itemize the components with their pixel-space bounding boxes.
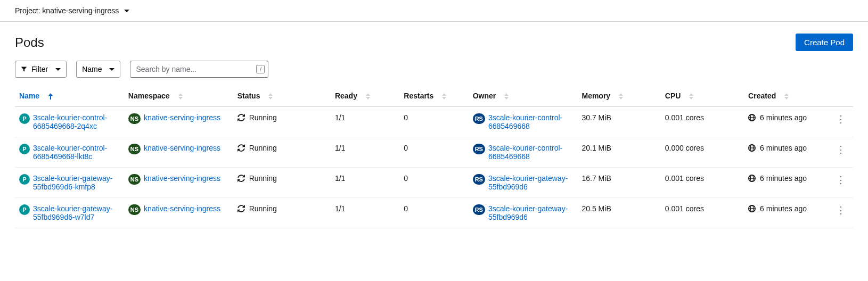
cpu-text: 0.001 cores: [665, 113, 704, 122]
owner-link[interactable]: 3scale-kourier-control-6685469668: [488, 144, 574, 161]
column-header-name[interactable]: Name: [15, 85, 124, 107]
project-prefix: Project:: [15, 6, 42, 15]
sync-icon: [238, 205, 245, 212]
pod-badge-icon: P: [19, 204, 30, 215]
search-input[interactable]: [136, 65, 256, 73]
namespace-badge-icon: NS: [128, 204, 141, 215]
sort-icon: [784, 93, 789, 100]
namespace-link[interactable]: knative-serving-ingress: [144, 174, 220, 183]
column-header-namespace[interactable]: Namespace: [124, 85, 233, 107]
sync-icon: [238, 114, 245, 121]
sort-icon: [178, 93, 183, 100]
column-header-memory[interactable]: Memory: [577, 85, 660, 107]
kebab-menu-button[interactable]: ⋮: [834, 174, 847, 186]
replicaset-badge-icon: RS: [473, 204, 485, 215]
pod-link[interactable]: 3scale-kourier-gateway-55fbd969d6-w7ld7: [33, 204, 120, 221]
table-row: P 3scale-kourier-control-6685469668-lkt8…: [15, 137, 853, 168]
sort-ascending-icon: [48, 93, 53, 100]
namespace-link[interactable]: knative-serving-ingress: [144, 144, 220, 152]
sync-icon: [238, 144, 245, 152]
status-text: Running: [249, 113, 277, 122]
created-text: 6 minutes ago: [760, 204, 807, 213]
table-row: P 3scale-kourier-control-6685469668-2q4x…: [15, 107, 853, 137]
filter-dropdown[interactable]: Filter: [15, 61, 67, 78]
ready-text: 1/1: [335, 204, 345, 213]
slash-shortcut-icon: /: [256, 65, 265, 73]
pods-table: Name Namespace Status: [15, 85, 853, 228]
column-header-actions: [830, 85, 853, 107]
restarts-text: 0: [404, 204, 408, 213]
project-name: knative-serving-ingress: [42, 6, 119, 15]
column-header-ready[interactable]: Ready: [331, 85, 399, 107]
project-selector[interactable]: Project: knative-serving-ingress: [0, 0, 868, 22]
created-text: 6 minutes ago: [760, 174, 807, 183]
chevron-down-icon: [55, 68, 61, 71]
owner-link[interactable]: 3scale-kourier-gateway-55fbd969d6: [488, 174, 574, 191]
filter-label: Filter: [31, 65, 48, 73]
column-header-owner[interactable]: Owner: [469, 85, 578, 107]
search-field-dropdown[interactable]: Name: [76, 61, 120, 78]
cpu-text: 0.001 cores: [665, 174, 704, 183]
sort-icon: [689, 93, 693, 100]
cpu-text: 0.000 cores: [665, 144, 704, 152]
namespace-badge-icon: NS: [128, 144, 141, 154]
sync-icon: [238, 175, 245, 182]
kebab-menu-button[interactable]: ⋮: [834, 113, 847, 125]
page-title: Pods: [15, 35, 44, 50]
column-header-cpu[interactable]: CPU: [661, 85, 744, 107]
globe-icon: [748, 114, 756, 121]
column-header-status[interactable]: Status: [233, 85, 331, 107]
replicaset-badge-icon: RS: [473, 113, 485, 124]
table-row: P 3scale-kourier-gateway-55fbd969d6-w7ld…: [15, 198, 853, 228]
cpu-text: 0.001 cores: [665, 204, 704, 213]
pod-badge-icon: P: [19, 144, 30, 154]
chevron-down-icon: [124, 10, 129, 12]
globe-icon: [748, 175, 756, 182]
sort-icon: [442, 93, 446, 100]
pod-link[interactable]: 3scale-kourier-control-6685469668-lkt8c: [33, 144, 120, 161]
ready-text: 1/1: [335, 174, 345, 183]
pod-badge-icon: P: [19, 113, 30, 124]
ready-text: 1/1: [335, 113, 345, 122]
sort-icon: [504, 93, 509, 100]
status-text: Running: [249, 174, 277, 183]
search-input-wrap: /: [130, 61, 268, 78]
namespace-badge-icon: NS: [128, 174, 141, 185]
memory-text: 16.7 MiB: [582, 174, 611, 183]
namespace-link[interactable]: knative-serving-ingress: [144, 113, 220, 122]
chevron-down-icon: [109, 68, 114, 71]
sort-icon: [619, 93, 623, 100]
restarts-text: 0: [404, 144, 408, 152]
status-text: Running: [249, 204, 277, 213]
kebab-menu-button[interactable]: ⋮: [834, 204, 847, 216]
namespace-link[interactable]: knative-serving-ingress: [144, 204, 220, 213]
memory-text: 20.1 MiB: [582, 144, 611, 152]
restarts-text: 0: [404, 113, 408, 122]
globe-icon: [748, 205, 756, 212]
replicaset-badge-icon: RS: [473, 144, 485, 154]
created-text: 6 minutes ago: [760, 113, 807, 122]
pod-link[interactable]: 3scale-kourier-control-6685469668-2q4xc: [33, 113, 120, 130]
search-field-label: Name: [82, 65, 102, 73]
table-row: P 3scale-kourier-gateway-55fbd969d6-kmfp…: [15, 168, 853, 198]
sort-icon: [366, 93, 370, 100]
column-header-created[interactable]: Created: [744, 85, 830, 107]
replicaset-badge-icon: RS: [473, 174, 485, 185]
status-text: Running: [249, 144, 277, 152]
pod-badge-icon: P: [19, 174, 30, 185]
created-text: 6 minutes ago: [760, 144, 807, 152]
namespace-badge-icon: NS: [128, 113, 141, 124]
memory-text: 30.7 MiB: [582, 113, 611, 122]
memory-text: 20.5 MiB: [582, 204, 611, 213]
create-pod-button[interactable]: Create Pod: [796, 34, 853, 51]
pod-link[interactable]: 3scale-kourier-gateway-55fbd969d6-kmfp8: [33, 174, 120, 191]
filter-icon: [21, 66, 27, 72]
globe-icon: [748, 144, 756, 152]
restarts-text: 0: [404, 174, 408, 183]
owner-link[interactable]: 3scale-kourier-control-6685469668: [488, 113, 574, 130]
owner-link[interactable]: 3scale-kourier-gateway-55fbd969d6: [488, 204, 574, 221]
kebab-menu-button[interactable]: ⋮: [834, 144, 847, 155]
sort-icon: [268, 93, 273, 100]
project-label: Project: knative-serving-ingress: [15, 6, 119, 15]
column-header-restarts[interactable]: Restarts: [399, 85, 468, 107]
